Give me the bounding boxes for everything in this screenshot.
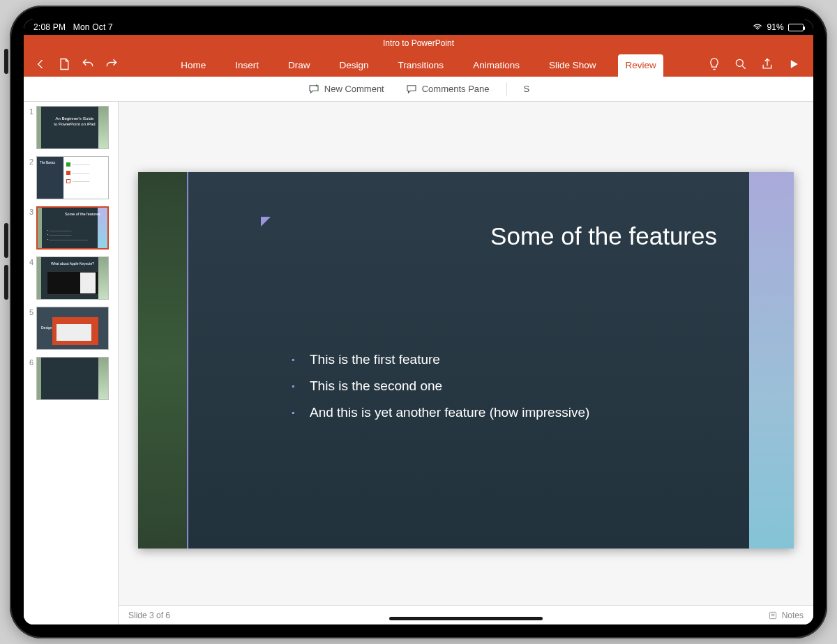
ribbon: Intro to PowerPoint (24, 35, 813, 77)
file-menu-button[interactable] (57, 57, 71, 71)
slide-canvas-scroll[interactable]: Some of the features This is the first f… (119, 102, 813, 605)
bullet-item[interactable]: And this is yet another feature (how imp… (292, 405, 589, 420)
tab-slideshow[interactable]: Slide Show (542, 54, 603, 77)
thumb-title: What about Apple Keynote? (37, 261, 108, 266)
tab-transitions[interactable]: Transitions (391, 54, 451, 77)
battery-icon (788, 24, 804, 31)
comments-pane-label: Comments Pane (422, 84, 490, 94)
slide-bullet-list[interactable]: This is the first feature This is the se… (292, 352, 589, 431)
thumb-title: An Beginner's Guide to PowerPoint on iPa… (54, 116, 96, 128)
thumbnail-2[interactable]: 2 The Basics ——————— ——————— ——————— (25, 156, 115, 199)
comment-pane-icon (405, 83, 418, 95)
current-slide[interactable]: Some of the features This is the first f… (138, 172, 794, 549)
tab-draw[interactable]: Draw (281, 54, 317, 77)
status-date: Mon Oct 7 (73, 22, 113, 32)
redo-button[interactable] (105, 57, 119, 71)
thumb-title: Some of the features (65, 212, 100, 217)
screen: 2:08 PM Mon Oct 7 91% Intro to PowerPoin… (24, 20, 813, 624)
notes-button[interactable]: Notes (768, 611, 804, 620)
back-button[interactable] (33, 57, 47, 71)
new-comment-button[interactable]: New Comment (303, 80, 389, 98)
status-bar: 2:08 PM Mon Oct 7 91% (24, 20, 813, 35)
slide-canvas-area: Some of the features This is the first f… (119, 102, 813, 624)
thumb-title: The Basics (40, 161, 55, 164)
editor-body: 1 An Beginner's Guide to PowerPoint on i… (24, 102, 813, 624)
bullet-item[interactable]: This is the first feature (292, 352, 589, 367)
home-indicator[interactable] (389, 617, 543, 620)
tab-home[interactable]: Home (174, 54, 213, 77)
tab-animations[interactable]: Animations (466, 54, 527, 77)
thumbnail-5[interactable]: 5 Design (25, 307, 115, 350)
ribbon-tabs: Home Insert Draw Design Transitions Anim… (174, 52, 663, 77)
wifi-icon (753, 22, 762, 32)
status-footer: Slide 3 of 6 Notes (119, 605, 813, 624)
notes-label: Notes (782, 611, 804, 620)
thumb-title: Design (41, 325, 52, 330)
comments-pane-button[interactable]: Comments Pane (401, 80, 494, 98)
tab-design[interactable]: Design (333, 54, 376, 77)
doc-title: Intro to PowerPoint (383, 38, 454, 48)
present-button[interactable] (787, 57, 801, 71)
comment-add-icon (308, 83, 320, 95)
new-comment-label: New Comment (324, 84, 384, 94)
review-toolbar: New Comment Comments Pane S (24, 77, 813, 102)
status-left: 2:08 PM Mon Oct 7 (33, 22, 113, 32)
slide-corner-icon (261, 217, 271, 227)
bullet-item[interactable]: This is the second one (292, 378, 589, 394)
divider (506, 82, 507, 96)
thumbnail-1[interactable]: 1 An Beginner's Guide to PowerPoint on i… (25, 106, 115, 149)
slide-accent-left (138, 172, 188, 549)
tell-me-button[interactable] (707, 57, 721, 71)
review-extra-button[interactable]: S (520, 81, 534, 97)
slide-counter: Slide 3 of 6 (128, 611, 170, 620)
ipad-frame: 2:08 PM Mon Oct 7 91% Intro to PowerPoin… (10, 6, 827, 638)
status-time: 2:08 PM (33, 22, 66, 32)
share-button[interactable] (760, 57, 774, 71)
notes-icon (768, 611, 778, 620)
battery-pct: 91% (767, 22, 784, 32)
thumbnail-6[interactable]: 6 (25, 357, 115, 400)
slide-accent-right (749, 172, 794, 549)
undo-button[interactable] (81, 57, 95, 71)
tab-insert[interactable]: Insert (228, 54, 266, 77)
svg-point-0 (736, 59, 743, 66)
thumbnail-3[interactable]: 3 Some of the features ▪ ————————▪ —————… (25, 206, 115, 250)
slide-thumbnail-rail[interactable]: 1 An Beginner's Guide to PowerPoint on i… (24, 102, 119, 624)
tab-review[interactable]: Review (618, 54, 663, 77)
svg-rect-1 (769, 612, 776, 618)
slide-title[interactable]: Some of the features (490, 222, 717, 250)
search-button[interactable] (734, 57, 748, 71)
thumbnail-4[interactable]: 4 What about Apple Keynote? (25, 256, 115, 300)
review-extra-label: S (524, 84, 530, 94)
